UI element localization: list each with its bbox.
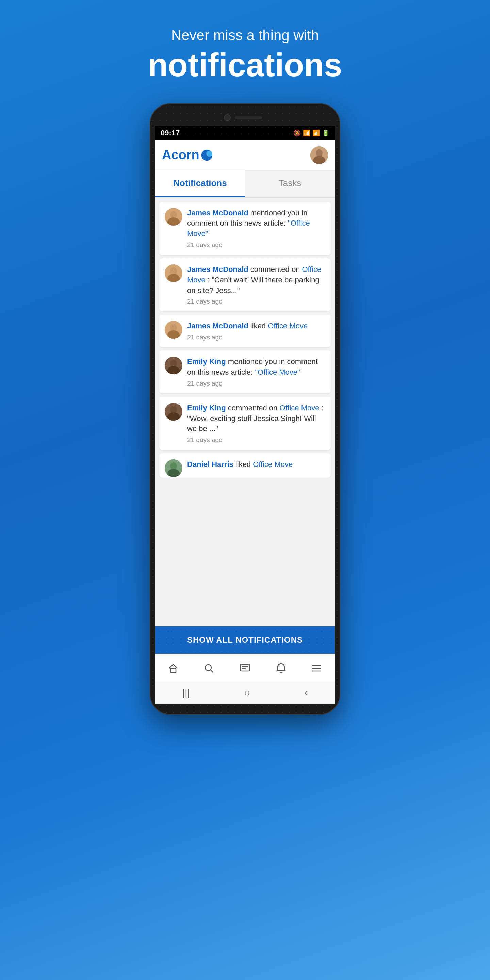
notification-item-partial[interactable]: Daniel Harris liked Office Move	[159, 453, 331, 478]
svg-point-15	[170, 360, 177, 367]
emily-avatar-2	[165, 403, 182, 421]
nav-chat[interactable]	[234, 659, 256, 677]
phone-screen: 09:17 🔕 📶 📶 🔋 Acorn	[155, 126, 335, 705]
app-logo: Acorn	[162, 148, 213, 162]
home-icon	[167, 662, 179, 675]
phone-camera	[224, 115, 231, 121]
wifi-icon: 📶	[303, 129, 310, 137]
notif-content: Emily King mentioned you in comment on t…	[187, 356, 325, 387]
svg-point-6	[170, 211, 177, 218]
nav-menu[interactable]	[305, 659, 328, 677]
bell-icon	[275, 662, 287, 675]
notif-content: James McDonald commented on Office Move …	[187, 264, 325, 305]
james-avatar-3	[165, 321, 182, 339]
notif-text: Daniel Harris liked Office Move	[187, 460, 325, 470]
tab-notifications[interactable]: Notifications	[155, 170, 245, 197]
svg-point-18	[170, 406, 177, 414]
phone-notch	[155, 111, 335, 124]
tab-tasks[interactable]: Tasks	[245, 170, 335, 197]
battery-icon: 🔋	[322, 129, 329, 137]
daniel-avatar	[165, 460, 182, 477]
android-back[interactable]: ‹	[305, 687, 308, 698]
logo-text: Acorn	[162, 148, 199, 162]
hero-title: notifications	[148, 47, 342, 83]
notif-content: Daniel Harris liked Office Move	[187, 460, 325, 472]
svg-point-9	[170, 267, 177, 275]
notifications-list: James McDonald mentioned you in comment …	[155, 198, 335, 627]
notification-item[interactable]: Emily King mentioned you in comment on t…	[159, 350, 331, 393]
notif-time: 21 days ago	[187, 380, 325, 387]
notif-time: 21 days ago	[187, 298, 325, 305]
svg-point-12	[170, 324, 177, 331]
svg-point-1	[206, 150, 212, 156]
show-all-button[interactable]: SHOW ALL NOTIFICATIONS	[155, 627, 335, 654]
nav-home[interactable]	[162, 659, 185, 677]
mute-icon: 🔕	[293, 129, 301, 137]
android-home[interactable]: ○	[244, 687, 250, 698]
notification-item[interactable]: Emily King commented on Office Move : "W…	[159, 397, 331, 450]
notification-item[interactable]: James McDonald commented on Office Move …	[159, 258, 331, 311]
svg-rect-26	[240, 664, 250, 671]
phone-speaker	[235, 116, 262, 119]
status-icons: 🔕 📶 📶 🔋	[293, 129, 329, 137]
james-avatar	[165, 208, 182, 226]
notif-time: 21 days ago	[187, 241, 325, 249]
android-recent[interactable]: |||	[182, 687, 190, 698]
chat-icon	[239, 662, 251, 675]
notif-text: Emily King mentioned you in comment on t…	[187, 356, 325, 378]
logo-icon	[201, 149, 213, 161]
phone-frame: 09:17 🔕 📶 📶 🔋 Acorn	[150, 103, 340, 714]
svg-point-21	[170, 463, 177, 470]
notif-content: James McDonald mentioned you in comment …	[187, 208, 325, 249]
hero-section: Never miss a thing with notifications	[148, 27, 342, 83]
svg-rect-23	[170, 668, 176, 672]
search-icon	[203, 662, 215, 675]
user-avatar[interactable]	[310, 146, 328, 164]
notif-time: 21 days ago	[187, 436, 325, 444]
status-time: 09:17	[161, 129, 180, 137]
notification-item[interactable]: James McDonald liked Office Move 21 days…	[159, 315, 331, 347]
notif-content: Emily King commented on Office Move : "W…	[187, 403, 325, 444]
android-nav: ||| ○ ‹	[155, 681, 335, 705]
app-header: Acorn	[155, 140, 335, 170]
hero-subtitle: Never miss a thing with	[148, 27, 342, 43]
menu-icon	[311, 662, 323, 675]
notif-text: James McDonald liked Office Move	[187, 321, 325, 331]
nav-search[interactable]	[197, 659, 221, 677]
svg-point-24	[205, 665, 211, 671]
notif-content: James McDonald liked Office Move 21 days…	[187, 321, 325, 341]
notif-time: 21 days ago	[187, 334, 325, 341]
emily-avatar	[165, 356, 182, 374]
notif-text: James McDonald commented on Office Move …	[187, 264, 325, 296]
notif-text: Emily King commented on Office Move : "W…	[187, 403, 325, 434]
svg-line-25	[211, 670, 213, 672]
tabs-container: Notifications Tasks	[155, 170, 335, 198]
svg-point-3	[316, 150, 323, 157]
signal-icon: 📶	[312, 129, 320, 137]
bottom-nav	[155, 654, 335, 681]
james-avatar-2	[165, 264, 182, 282]
nav-notifications[interactable]	[269, 659, 293, 677]
notif-text: James McDonald mentioned you in comment …	[187, 208, 325, 239]
notification-item[interactable]: James McDonald mentioned you in comment …	[159, 202, 331, 255]
status-bar: 09:17 🔕 📶 📶 🔋	[155, 126, 335, 140]
